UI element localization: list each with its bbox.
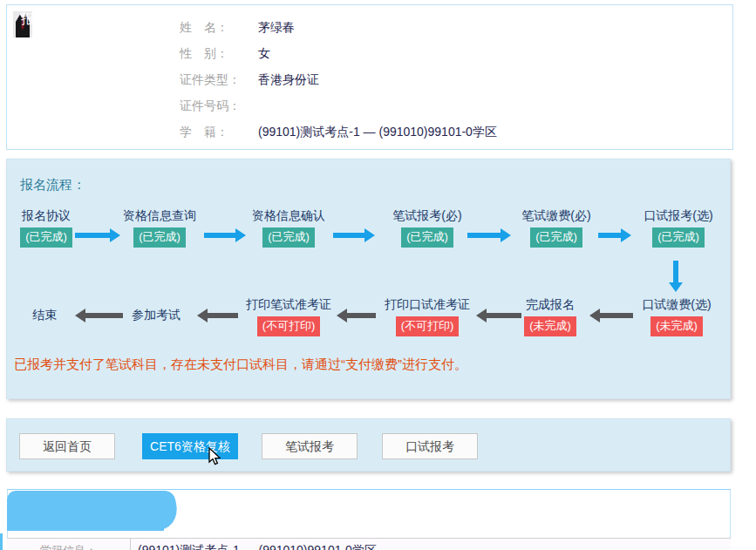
status-badge: (已完成) (401, 227, 453, 248)
flow-step-label: 资格信息查询 (85, 208, 234, 224)
info-row-id-number: 证件号码： (180, 92, 497, 119)
name-label: 姓 名： (180, 14, 246, 40)
written-exam-register-button[interactable]: 笔试报考 (262, 433, 358, 459)
flow-step-label: 打印口试准考证 (353, 297, 501, 313)
table-row-value: (99101)测试考点-1 — (991010)99101-0学区 (131, 539, 731, 550)
personal-info-table-row: 学籍信息： (99101)测试考点-1 — (991010)99101-0学区 (7, 538, 731, 550)
section-tab (7, 491, 164, 531)
info-row-name: 姓 名：茅绿春 (180, 14, 497, 40)
status-badge: (不可打印) (257, 316, 321, 336)
status-badge: (未完成) (524, 316, 576, 336)
action-bar: 返回首页 CET6资格复核 笔试报考 口试报考 (6, 418, 731, 472)
status-badge: (已完成) (20, 227, 72, 248)
info-row-gender: 性 别：女 (180, 40, 497, 66)
status-badge: (未完成) (650, 316, 703, 336)
status-badge: (不可打印) (396, 316, 460, 336)
flow-step-written-register: 笔试报考(必) (已完成) (353, 208, 501, 248)
registration-flow-panel: 报名流程： 报名协议 (已完成) 资格信息查询 (已完成) 资格信息确认 (已完… (6, 159, 731, 399)
section-title: 报名个人信息 (21, 11, 99, 28)
flow-step-qualification-query: 资格信息查询 (已完成) (85, 208, 234, 248)
flow-step-qualification-confirm: 资格信息确认 (已完成) (215, 208, 363, 248)
school-value: (99101)测试考点-1 — (991010)99101-0学区 (258, 125, 497, 139)
info-row-id-type: 证件类型：香港身份证 (180, 66, 497, 92)
personal-info-rows: 姓 名：茅绿春 性 别：女 证件类型：香港身份证 证件号码： 学 籍：(9910… (180, 14, 497, 145)
gender-label: 性 别： (180, 40, 246, 66)
table-row-label: 学籍信息： (7, 539, 131, 550)
oral-exam-register-button[interactable]: 口试报考 (382, 433, 478, 459)
flow-step-label: 打印笔试准考证 (215, 297, 363, 313)
flow-title: 报名流程： (20, 177, 85, 194)
status-badge: (已完成) (133, 227, 186, 248)
flow-step-label: 口试报考(选) (604, 208, 753, 224)
cet6-qualification-review-button[interactable]: CET6资格复核 (142, 433, 238, 459)
registration-status-page: 姓 名：茅绿春 性 别：女 证件类型：香港身份证 证件号码： 学 籍：(9910… (0, 0, 756, 550)
status-badge: (已完成) (530, 227, 582, 248)
left-edge-strip (0, 533, 3, 550)
name-value: 茅绿春 (258, 20, 295, 34)
personal-info-panel: 姓 名：茅绿春 性 别：女 证件类型：香港身份证 证件号码： 学 籍：(9910… (6, 4, 733, 150)
info-row-school: 学 籍：(99101)测试考点-1 — (991010)99101-0学区 (180, 119, 497, 145)
gender-value: 女 (258, 46, 270, 60)
status-badge: (已完成) (652, 227, 705, 248)
back-home-button[interactable]: 返回首页 (19, 433, 115, 459)
flow-step-label: 结束 (0, 308, 119, 323)
school-label: 学 籍： (180, 119, 246, 145)
flow-step-label: 笔试报考(必) (353, 208, 501, 224)
arrow-down-icon (673, 261, 678, 283)
flow-step-label: 口试缴费(选) (603, 297, 751, 313)
id-number-label: 证件号码： (180, 92, 246, 119)
id-type-label: 证件类型： (180, 66, 246, 92)
id-type-value: 香港身份证 (258, 72, 319, 86)
status-badge: (已完成) (262, 227, 315, 248)
flow-step-oral-register: 口试报考(选) (已完成) (604, 208, 753, 248)
payment-warning-text: 已报考并支付了笔试科目，存在未支付口试科目，请通过“支付缴费”进行支付。 (14, 356, 467, 373)
flow-step-end: 结束 (0, 308, 119, 323)
flow-step-label: 资格信息确认 (215, 208, 363, 224)
